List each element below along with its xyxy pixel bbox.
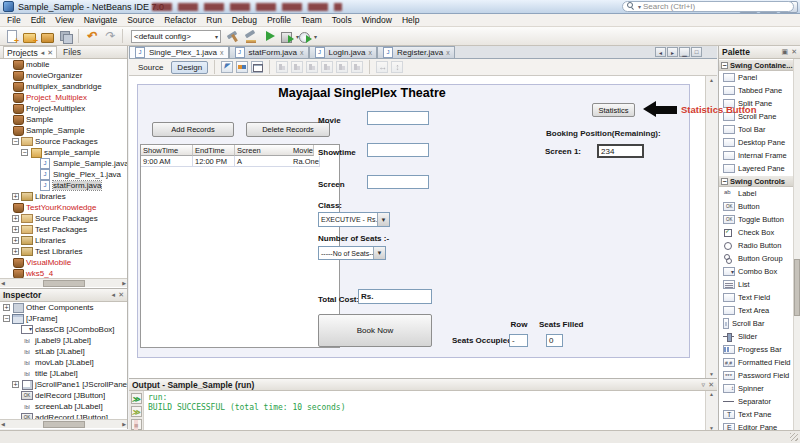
toolbar-button[interactable] [226, 29, 241, 44]
palette-menu-icon[interactable]: ▣ [782, 48, 789, 56]
menu-item[interactable]: Help [397, 15, 424, 25]
toolbar-button[interactable] [280, 29, 295, 44]
tree-item[interactable]: Project_Multiplex [0, 92, 127, 103]
tree-expander[interactable]: − [3, 315, 10, 322]
tree-expander[interactable] [12, 337, 19, 344]
palette-category-controls[interactable]: − Swing Controls [719, 175, 800, 187]
palette-item[interactable]: List [719, 278, 800, 291]
palette-category-containers[interactable]: − Swing Containe... [719, 59, 800, 71]
close-tab-icon[interactable]: x [368, 49, 372, 56]
tree-expander[interactable] [3, 127, 10, 134]
tree-expander[interactable] [12, 326, 19, 333]
toolbar-button[interactable] [298, 29, 313, 44]
total-cost-field[interactable]: Rs. [358, 289, 432, 304]
scrollbar-thumb[interactable] [794, 259, 800, 316]
tree-item[interactable]: + Libraries [0, 191, 127, 202]
align-toolbar-button[interactable] [336, 61, 348, 73]
palette-item[interactable]: Password Field [719, 369, 800, 382]
palette-item[interactable]: Tool Bar [719, 123, 800, 136]
close-tab-icon[interactable]: x [300, 49, 304, 56]
tree-item[interactable]: VisualMobile [0, 257, 127, 268]
output-action-button[interactable] [131, 419, 142, 430]
palette-item[interactable]: Button Group [719, 252, 800, 265]
row-field[interactable]: - [509, 334, 528, 347]
add-records-button[interactable]: Add Records [152, 122, 234, 137]
scroll-up-icon[interactable]: ▲ [709, 391, 714, 397]
config-select[interactable]: <default config> ▾ [131, 30, 221, 43]
collapse-panel-icon[interactable]: ◂ [112, 291, 116, 299]
table-cell[interactable]: 12:00 PM [193, 156, 235, 167]
book-now-button[interactable]: Book Now [318, 314, 432, 347]
palette-item[interactable]: Internal Frame [719, 149, 800, 162]
menu-item[interactable]: Window [357, 15, 397, 25]
tree-expander[interactable] [12, 370, 19, 377]
palette-item[interactable]: Check Box [719, 226, 800, 239]
tree-expander[interactable]: + [12, 237, 19, 244]
menu-item[interactable]: Profile [262, 15, 296, 25]
resize-toolbar-button[interactable] [391, 61, 403, 73]
table-header-cell[interactable]: ShowTime [141, 145, 193, 156]
editor-tab[interactable]: Register.java x [377, 46, 455, 58]
toolbar-button[interactable] [4, 29, 19, 44]
class-select[interactable]: EXECUTIVE - Rs.100 ▼ [318, 212, 390, 227]
tree-expander[interactable] [12, 359, 19, 366]
output-console[interactable]: run:BUILD SUCCESSFUL (total time: 10 sec… [144, 391, 705, 431]
table-header-cell[interactable]: EndTime [193, 145, 235, 156]
palette-item[interactable]: Progress Bar [719, 343, 800, 356]
tree-expander[interactable] [3, 105, 10, 112]
toolbar-button[interactable] [22, 29, 37, 44]
scrollbar-thumb[interactable] [43, 280, 85, 287]
tree-expander[interactable] [30, 182, 37, 189]
tree-item[interactable]: Sample_Sample [0, 125, 127, 136]
table-cell[interactable]: 9:00 AM [141, 156, 193, 167]
editor-tab[interactable]: statForm.java x [229, 46, 309, 58]
tree-item[interactable]: multiplex_sandbridge [0, 81, 127, 92]
toolbar-button[interactable] [244, 29, 259, 44]
tree-item[interactable]: statForm.java [0, 180, 127, 191]
tree-item[interactable]: addRecord [JButton] [0, 412, 127, 419]
tree-item[interactable]: delRecord [JButton] [0, 390, 127, 401]
palette-item[interactable]: Radio Button [719, 239, 800, 252]
tree-expander[interactable] [3, 204, 10, 211]
tree-expander[interactable]: − [21, 149, 28, 156]
tree-expander[interactable] [3, 83, 10, 90]
tree-item[interactable]: − sample_sample [0, 147, 127, 158]
palette-item[interactable]: Layered Pane [719, 162, 800, 175]
screen-field[interactable] [367, 175, 429, 189]
tree-expander[interactable]: + [3, 304, 10, 311]
table-header-cell[interactable]: Movie [291, 145, 314, 156]
close-panel-icon[interactable]: ✕ [47, 49, 53, 57]
tree-item[interactable]: movLab [JLabel] [0, 357, 127, 368]
align-toolbar-button[interactable] [351, 61, 363, 73]
palette-item[interactable]: Desktop Pane [719, 136, 800, 149]
align-toolbar-button[interactable] [321, 61, 333, 73]
tree-item[interactable]: TestYourKnowledge [0, 202, 127, 213]
menu-item[interactable]: Run [201, 15, 227, 25]
close-panel-icon[interactable]: ✕ [118, 291, 124, 299]
tree-item[interactable]: title [JLabel] [0, 368, 127, 379]
tree-expander[interactable] [3, 94, 10, 101]
palette-item[interactable]: Text Area [719, 304, 800, 317]
palette-item[interactable]: Text Field [719, 291, 800, 304]
tree-expander[interactable]: + [12, 193, 19, 200]
tree-expander[interactable]: + [12, 226, 19, 233]
close-panel-icon[interactable]: ✕ [791, 48, 797, 56]
design-view-button[interactable]: Design [171, 61, 208, 74]
chevron-down-icon[interactable]: ▼ [377, 213, 389, 226]
chevron-down-icon[interactable]: ▼ [373, 247, 385, 259]
palette-item[interactable]: Scroll Bar [719, 317, 800, 330]
menu-item[interactable]: View [50, 15, 78, 25]
menu-item[interactable]: Edit [26, 15, 51, 25]
tab-projects[interactable]: Projects ◂✕ [3, 46, 57, 58]
tab-strip-button[interactable]: ▁ [679, 47, 690, 57]
menu-item[interactable]: Refactor [159, 15, 201, 25]
tree-expander[interactable] [30, 160, 37, 167]
source-view-button[interactable]: Source [133, 62, 168, 73]
tree-item[interactable]: screenLab [JLabel] [0, 401, 127, 412]
resize-grip-icon[interactable] [790, 433, 798, 441]
tree-item[interactable]: Project-Multiplex [0, 103, 127, 114]
align-toolbar-button[interactable] [291, 61, 303, 73]
toolbar-button[interactable] [262, 29, 277, 44]
canvas-vertical-scrollbar[interactable]: ▲ ▼ [705, 76, 717, 378]
tree-expander[interactable] [12, 403, 19, 410]
